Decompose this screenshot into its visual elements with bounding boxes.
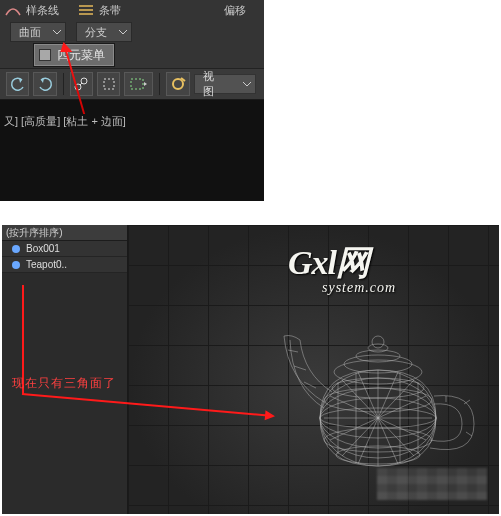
list-item[interactable]: Box001: [2, 241, 127, 257]
svg-point-5: [173, 79, 183, 89]
branch-dropdown[interactable]: 分支: [76, 22, 132, 42]
circle-tool-icon[interactable]: [166, 72, 189, 96]
svg-rect-3: [104, 79, 114, 89]
svg-line-31: [330, 396, 426, 440]
svg-point-13: [324, 428, 432, 452]
svg-point-6: [320, 370, 436, 466]
svg-point-9: [320, 398, 436, 438]
viewport-perspective[interactable]: Gxl网 system.com: [128, 225, 499, 514]
viewport-top[interactable]: 又] [高质量] [粘土 + 边面]: [0, 100, 264, 201]
svg-line-30: [466, 432, 472, 436]
spline-label: 样条线: [26, 3, 59, 18]
svg-line-35: [358, 372, 398, 464]
object-icon: [12, 261, 20, 269]
svg-point-22: [356, 350, 400, 362]
offset-label: 偏移: [224, 3, 246, 18]
svg-point-11: [324, 388, 432, 412]
annotation-text: 现在只有三角面了: [12, 375, 116, 392]
watermark: Gxl网 system.com: [288, 240, 396, 296]
svg-line-34: [342, 380, 414, 456]
svg-line-29: [464, 400, 470, 404]
svg-point-7: [320, 378, 436, 458]
list-item-label: Teapot0..: [26, 259, 67, 270]
svg-point-20: [334, 360, 422, 384]
quad-menu-button[interactable]: 四元菜单: [34, 44, 114, 66]
svg-point-14: [336, 446, 420, 464]
svg-line-2: [80, 83, 82, 85]
select-icon[interactable]: [97, 72, 120, 96]
spline-icon[interactable]: [4, 2, 22, 18]
watermark-main: Gxl网: [288, 240, 396, 286]
surface-dropdown-label: 曲面: [19, 25, 41, 40]
checkbox-icon[interactable]: [39, 49, 51, 61]
svg-rect-4: [131, 79, 143, 89]
svg-line-33: [342, 380, 414, 456]
view-dropdown[interactable]: 视图: [194, 74, 256, 94]
svg-line-32: [330, 396, 426, 440]
quad-menu-row: 四元菜单: [34, 44, 114, 66]
svg-line-36: [358, 372, 398, 464]
toolbar: 视图: [0, 68, 264, 100]
explorer-header[interactable]: (按升序排序): [2, 225, 127, 241]
list-item-label: Box001: [26, 243, 60, 254]
svg-line-27: [304, 382, 316, 388]
svg-point-21: [344, 355, 412, 373]
svg-line-25: [288, 350, 298, 352]
toolbar-divider: [63, 73, 64, 95]
strip-icon[interactable]: [77, 2, 95, 18]
svg-point-12: [332, 378, 424, 398]
redo-icon[interactable]: [33, 72, 56, 96]
svg-point-8: [320, 388, 436, 448]
chevron-down-icon: [119, 26, 127, 38]
top-panel: 样条线 条带 偏移 曲面 分支 四元菜单: [0, 0, 264, 201]
viewport-label: 又] [高质量] [粘土 + 边面]: [4, 114, 126, 129]
svg-point-10: [320, 408, 436, 428]
svg-point-24: [372, 336, 384, 348]
bottom-panel: (按升序排序) Box001 Teapot0.. Gxl网 system.com: [2, 225, 499, 514]
strip-label: 条带: [99, 3, 121, 18]
selection-region-icon[interactable]: [124, 72, 153, 96]
svg-point-23: [368, 344, 388, 352]
view-dropdown-label: 视图: [203, 69, 223, 99]
top-iconbar: 样条线 条带 偏移: [0, 0, 264, 20]
undo-icon[interactable]: [6, 72, 29, 96]
pixelated-watermark: [377, 468, 487, 500]
chevron-down-icon: [243, 78, 251, 90]
top-dropdown-row: 曲面 分支: [0, 20, 264, 44]
teapot-wireframe: [278, 300, 484, 490]
svg-line-26: [294, 366, 306, 370]
surface-dropdown[interactable]: 曲面: [10, 22, 66, 42]
scene-explorer[interactable]: (按升序排序) Box001 Teapot0..: [2, 225, 128, 514]
branch-dropdown-label: 分支: [85, 25, 107, 40]
toolbar-divider: [159, 73, 160, 95]
list-item[interactable]: Teapot0..: [2, 257, 127, 273]
watermark-sub: system.com: [322, 280, 396, 296]
chevron-down-icon: [53, 26, 61, 38]
object-icon: [12, 245, 20, 253]
